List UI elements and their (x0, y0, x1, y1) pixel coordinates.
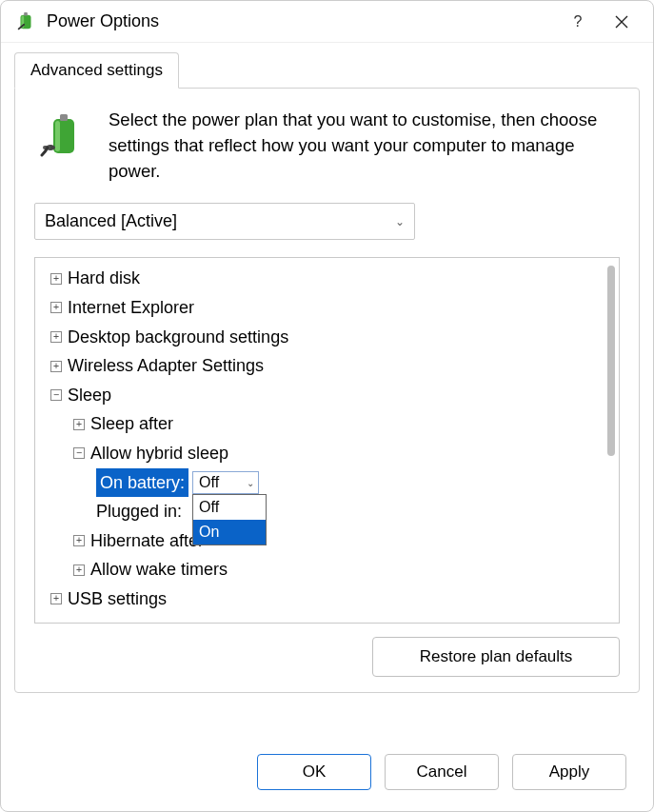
cancel-button[interactable]: Cancel (385, 754, 499, 790)
scrollbar-thumb[interactable] (607, 266, 615, 456)
on-battery-combobox[interactable]: Off ⌄ (192, 471, 259, 494)
tree-item-sleep-after[interactable]: + Sleep after (39, 409, 615, 439)
tab-advanced-settings[interactable]: Advanced settings (14, 52, 179, 89)
tree-item-allow-hybrid-sleep[interactable]: − Allow hybrid sleep (39, 439, 615, 468)
svg-rect-4 (60, 114, 68, 121)
on-battery-value: Off (199, 469, 219, 495)
intro-text: Select the power plan that you want to c… (109, 108, 620, 184)
dialog-button-row: OK Cancel Apply (1, 754, 653, 811)
on-battery-label: On battery: (96, 468, 188, 498)
expand-icon[interactable]: + (50, 302, 62, 313)
restore-plan-defaults-button[interactable]: Restore plan defaults (372, 637, 620, 677)
svg-rect-5 (55, 121, 60, 151)
intro-row: Select the power plan that you want to c… (34, 108, 620, 184)
collapse-icon[interactable]: − (50, 389, 62, 401)
plugged-in-label: Plugged in: (96, 497, 182, 526)
on-battery-dropdown: Off On (192, 494, 267, 545)
tree-item-sleep[interactable]: − Sleep (39, 381, 615, 410)
tree-item-desktop-background[interactable]: + Desktop background settings (39, 323, 615, 352)
window-title: Power Options (47, 11, 556, 31)
expand-icon[interactable]: + (50, 593, 62, 604)
chevron-down-icon: ⌄ (395, 215, 405, 228)
power-options-icon (14, 10, 37, 33)
power-options-window: Power Options ? Advanced settings Select… (0, 0, 654, 812)
power-plan-select[interactable]: Balanced [Active] ⌄ (34, 203, 415, 240)
tree-item-allow-wake-timers[interactable]: + Allow wake timers (39, 555, 615, 584)
expand-icon[interactable]: + (73, 535, 85, 546)
close-button[interactable] (600, 3, 644, 41)
tab-strip: Advanced settings (1, 43, 653, 89)
tree-item-on-battery[interactable]: On battery: Off ⌄ Off On (39, 468, 615, 498)
collapse-icon[interactable]: − (73, 447, 85, 459)
tree-item-hibernate-after[interactable]: + Hibernate after (39, 526, 615, 556)
expand-icon[interactable]: + (50, 273, 62, 285)
chevron-down-icon: ⌄ (247, 474, 254, 490)
ok-button[interactable]: OK (257, 754, 371, 790)
dropdown-option-on[interactable]: On (193, 520, 266, 545)
expand-icon[interactable]: + (73, 564, 85, 576)
titlebar: Power Options ? (1, 1, 653, 43)
help-button[interactable]: ? (556, 3, 600, 41)
svg-rect-1 (24, 11, 28, 15)
expand-icon[interactable]: + (73, 419, 85, 430)
tree-item-usb-settings[interactable]: + USB settings (39, 584, 615, 614)
tree-item-hard-disk[interactable]: + Hard disk (39, 264, 615, 293)
settings-tree: + Hard disk + Internet Explorer + Deskto… (34, 257, 620, 624)
dropdown-option-off[interactable]: Off (193, 495, 266, 520)
advanced-settings-panel: Select the power plan that you want to c… (14, 88, 640, 693)
apply-button[interactable]: Apply (512, 754, 626, 790)
tree-item-internet-explorer[interactable]: + Internet Explorer (39, 293, 615, 323)
power-plan-value: Balanced [Active] (45, 211, 177, 230)
restore-row: Restore plan defaults (34, 637, 620, 677)
battery-plug-icon (34, 108, 91, 184)
expand-icon[interactable]: + (50, 331, 62, 343)
tree-item-wireless-adapter[interactable]: + Wireless Adapter Settings (39, 351, 615, 381)
tree-item-plugged-in[interactable]: Plugged in: (39, 497, 615, 526)
expand-icon[interactable]: + (50, 361, 62, 372)
